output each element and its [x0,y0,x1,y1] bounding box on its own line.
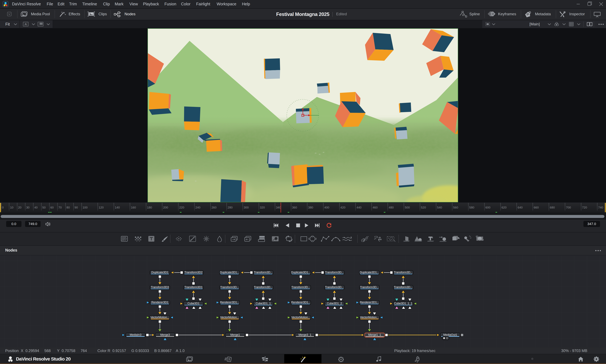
svg-text:340: 340 [276,206,281,209]
svg-text:70: 70 [58,206,62,209]
svg-text:720: 720 [582,206,587,209]
svg-text:0: 0 [2,206,4,209]
svg-text:140: 140 [115,206,120,209]
svg-text:Cube3D1: Cube3D1 [188,302,200,305]
svg-text:260: 260 [212,206,216,209]
svg-text:680: 680 [550,206,555,209]
svg-text:180: 180 [147,206,152,209]
svg-text:520: 520 [421,206,426,209]
svg-text:40: 40 [34,206,38,209]
svg-text:Merge1: Merge1 [230,333,240,336]
svg-text:VectorMotion...: VectorMotion... [220,316,239,319]
svg-text:360: 360 [292,206,297,209]
svg-text:640: 640 [518,206,523,209]
svg-text:740: 740 [598,206,603,209]
svg-text:Renderer3D1...: Renderer3D1... [291,301,310,304]
svg-text:420: 420 [340,206,345,209]
svg-text:Renderer3D1: Renderer3D1 [151,301,168,304]
svg-text:380: 380 [308,206,313,209]
svg-text:620: 620 [501,206,507,209]
svg-text:580: 580 [469,206,474,209]
svg-text:460: 460 [373,206,378,209]
svg-text:160: 160 [131,206,136,209]
svg-text:500: 500 [405,206,410,209]
svg-text:Transform3D...: Transform3D... [220,286,239,289]
svg-text:660: 660 [534,206,539,209]
svg-text:Cube3D1_2: Cube3D1_2 [327,302,342,305]
svg-text:30: 30 [26,206,29,209]
svg-text:480: 480 [389,206,394,209]
svg-text:600: 600 [485,206,490,209]
svg-text:Cube3D1_1_1: Cube3D1_1_1 [394,302,412,305]
svg-text:60: 60 [50,206,54,209]
svg-text:700: 700 [566,206,571,209]
svg-text:Transform3D...: Transform3D... [325,286,344,289]
svg-text:440: 440 [356,206,362,209]
svg-text:20: 20 [18,206,21,209]
svg-text:320: 320 [260,206,265,209]
svg-text:Duplicate3D1...: Duplicate3D1... [360,271,379,274]
svg-text:300: 300 [244,206,249,209]
svg-text:MediaOut1: MediaOut1 [443,333,457,336]
svg-text:80: 80 [67,206,70,209]
svg-text:Renderer3D1...: Renderer3D1... [360,301,379,304]
svg-text:Duplicate3D1...: Duplicate3D1... [291,271,310,274]
svg-text:540: 540 [437,206,442,209]
svg-text:Merge3_1: Merge3_1 [298,333,311,337]
svg-text:90: 90 [74,206,78,209]
svg-text:A: A [25,23,27,26]
svg-text:50: 50 [42,206,46,209]
svg-text:100: 100 [82,206,88,209]
svg-text:VectorMotion...: VectorMotion... [360,316,379,319]
svg-text:Transform3D1: Transform3D1 [185,286,202,289]
svg-text:MediaIn3: MediaIn3 [130,333,141,336]
svg-text:220: 220 [179,206,184,209]
svg-text:Duplicate3D1...: Duplicate3D1... [220,271,239,274]
svg-text:Renderer3D1...: Renderer3D1... [220,301,239,304]
svg-text:400: 400 [324,206,329,209]
svg-text:Transform3D...: Transform3D... [394,271,413,274]
svg-text:560: 560 [453,206,458,209]
svg-text:VectorMotion...: VectorMotion... [150,316,169,319]
svg-text:Cube3D1_1: Cube3D1_1 [256,302,271,305]
svg-text:Transform3D...: Transform3D... [291,286,310,289]
svg-text:200: 200 [163,206,168,209]
svg-text:Transform3D...: Transform3D... [394,286,413,289]
svg-text:Transform3D...: Transform3D... [254,271,272,274]
svg-text:120: 120 [99,206,104,209]
svg-text:Duplicate3D1: Duplicate3D1 [151,271,168,274]
svg-text:10: 10 [10,206,13,209]
svg-text:Transform3D3: Transform3D3 [151,286,169,289]
svg-text:Transform3D...: Transform3D... [360,286,379,289]
svg-text:Transform3D...: Transform3D... [325,271,344,274]
svg-text:Transform3D2: Transform3D2 [185,271,202,274]
svg-text:280: 280 [228,206,233,209]
svg-text:VectorMotion...: VectorMotion... [291,316,310,319]
svg-text:Merge1_1: Merge1_1 [368,333,381,337]
svg-text:240: 240 [195,206,201,209]
svg-text:Merge3: Merge3 [160,333,170,336]
svg-text:Transform3D...: Transform3D... [254,286,272,289]
